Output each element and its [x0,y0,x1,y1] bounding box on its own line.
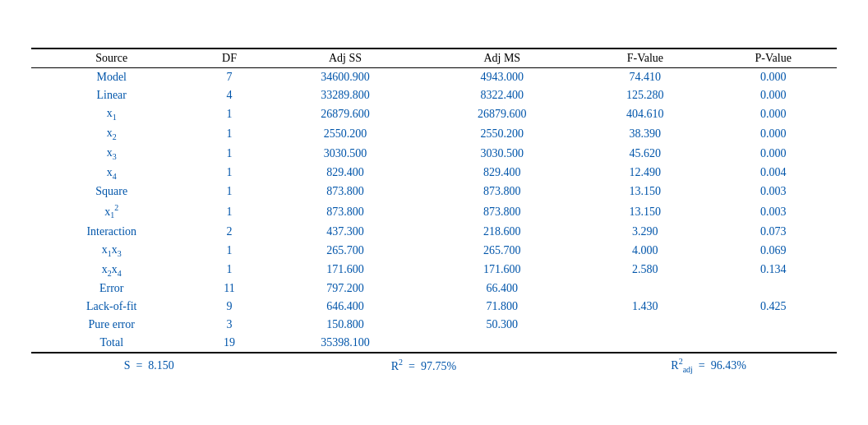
cell-adj-ss: 3030.500 [266,144,423,164]
r2-eq: = [405,360,418,372]
r2adj-eq: = [695,359,708,372]
cell-df: 1 [192,261,266,280]
cell-p-value: 0.069 [710,241,838,261]
r2-value: 97.75% [421,360,456,372]
cell-f-value [580,279,709,298]
cell-p-value: 0.000 [710,104,838,124]
header-p-value: P-Value [710,49,838,68]
r2-label: R2 [391,360,403,372]
cell-df: 1 [192,164,266,183]
cell-source: x12 [31,201,192,222]
s-value: 8.150 [148,359,174,372]
cell-source: Linear [31,86,192,104]
cell-p-value: 0.000 [710,144,838,164]
cell-p-value: 0.134 [710,261,838,280]
cell-adj-ss: 2550.200 [266,124,423,144]
header-df: DF [192,49,266,68]
cell-f-value: 13.150 [580,201,709,222]
cell-source: x1 [31,104,192,124]
cell-p-value: 0.000 [710,124,838,144]
cell-p-value [710,279,838,298]
footer-row: S = 8.150 R2 = 97.75% R2adj = 96.43% [31,353,837,376]
cell-adj-ss: 150.800 [266,316,423,334]
cell-adj-ms: 66.400 [423,279,580,298]
cell-f-value: 125.280 [580,86,709,104]
cell-df: 2 [192,223,266,241]
cell-source: x2 [31,124,192,144]
table-row: x212550.2002550.20038.3900.000 [31,124,837,144]
cell-f-value: 38.390 [580,124,709,144]
cell-adj-ss: 437.300 [266,223,423,241]
cell-p-value: 0.000 [710,86,838,104]
cell-df: 11 [192,279,266,298]
cell-adj-ss: 171.600 [266,261,423,280]
footer-s: S = 8.150 [31,353,266,376]
cell-p-value: 0.000 [710,68,838,87]
cell-f-value: 3.290 [580,223,709,241]
cell-f-value: 2.580 [580,261,709,280]
cell-adj-ss: 265.700 [266,241,423,261]
cell-p-value: 0.073 [710,223,838,241]
cell-p-value: 0.004 [710,164,838,183]
cell-adj-ms: 218.600 [423,223,580,241]
cell-adj-ms: 171.600 [423,261,580,280]
cell-adj-ms: 265.700 [423,241,580,261]
table-row: Total1935398.100 [31,334,837,353]
cell-adj-ms: 873.800 [423,182,580,201]
cell-source: Total [31,334,192,353]
cell-adj-ss: 33289.800 [266,86,423,104]
header-adj-ss: Adj SS [266,49,423,68]
cell-adj-ss: 797.200 [266,279,423,298]
cell-adj-ss: 646.400 [266,298,423,316]
cell-p-value: 0.003 [710,182,838,201]
header-source: Source [31,49,192,68]
cell-adj-ss: 34600.900 [266,68,423,87]
table-row: Interaction2437.300218.6003.2900.073 [31,223,837,241]
r2adj-label: R2adj [671,359,693,372]
table-row: x1126879.60026879.600404.6100.000 [31,104,837,124]
cell-adj-ms [423,334,580,353]
anova-table: Source DF Adj SS Adj MS F-Value P-Value … [31,48,837,377]
table-row: Model734600.9004943.00074.4100.000 [31,68,837,87]
cell-adj-ms: 3030.500 [423,144,580,164]
cell-p-value: 0.425 [710,298,838,316]
cell-source: Square [31,182,192,201]
cell-f-value: 13.150 [580,182,709,201]
cell-f-value: 74.410 [580,68,709,87]
cell-df: 1 [192,182,266,201]
cell-adj-ms: 873.800 [423,201,580,222]
cell-adj-ss: 873.800 [266,182,423,201]
cell-df: 1 [192,104,266,124]
cell-adj-ms: 4943.000 [423,68,580,87]
cell-df: 3 [192,316,266,334]
cell-df: 9 [192,298,266,316]
cell-adj-ms: 2550.200 [423,124,580,144]
table-row: Square1873.800873.80013.1500.003 [31,182,837,201]
header-f-value: F-Value [580,49,709,68]
cell-source: x2x4 [31,261,192,280]
cell-f-value: 4.000 [580,241,709,261]
cell-adj-ss: 873.800 [266,201,423,222]
cell-source: x3 [31,144,192,164]
cell-adj-ms: 71.800 [423,298,580,316]
footer-r2: R2 = 97.75% [266,353,580,376]
cell-adj-ms: 50.300 [423,316,580,334]
cell-p-value: 0.003 [710,201,838,222]
table-row: Pure error3150.80050.300 [31,316,837,334]
cell-source: Interaction [31,223,192,241]
cell-df: 19 [192,334,266,353]
cell-f-value: 404.610 [580,104,709,124]
cell-df: 1 [192,124,266,144]
cell-p-value [710,316,838,334]
cell-source: x4 [31,164,192,183]
cell-p-value [710,334,838,353]
cell-f-value: 45.620 [580,144,709,164]
cell-df: 1 [192,201,266,222]
cell-source: x1x3 [31,241,192,261]
table-row: x313030.5003030.50045.6200.000 [31,144,837,164]
cell-adj-ms: 8322.400 [423,86,580,104]
cell-adj-ss: 26879.600 [266,104,423,124]
cell-adj-ms: 26879.600 [423,104,580,124]
cell-f-value [580,334,709,353]
s-eq: = [133,359,145,372]
